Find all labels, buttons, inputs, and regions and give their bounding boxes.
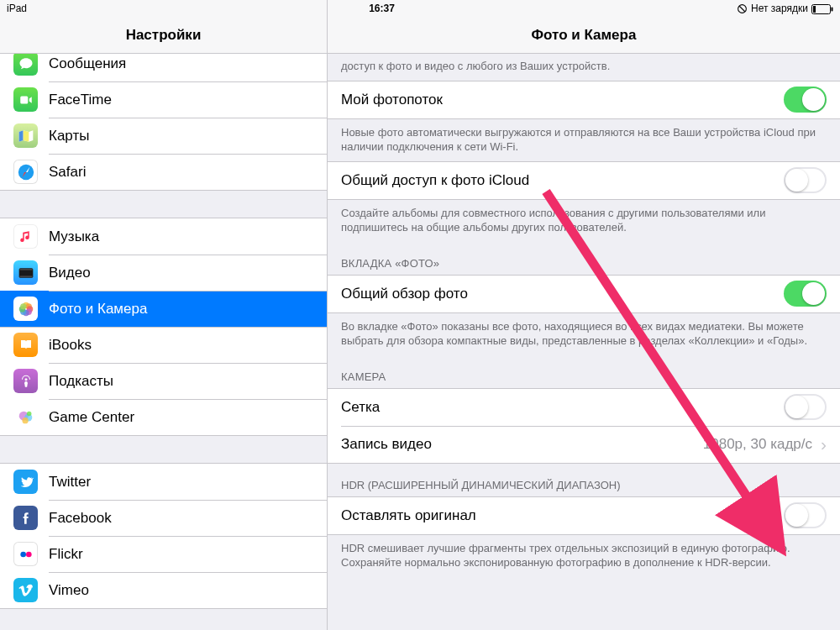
record-video-cell[interactable]: Запись видео 1080p, 30 кадр/с › (328, 426, 840, 463)
detail-pane: Фото и Камера доступ к фото и видео с лю… (328, 0, 840, 630)
sidebar-item-label: Flickr (49, 546, 313, 563)
svg-rect-23 (813, 6, 816, 13)
icloud-photo-sharing-label: Общий доступ к фото iCloud (341, 172, 784, 189)
sidebar-item-label: Видео (49, 265, 313, 281)
photostream-footer: Новые фото автоматически выгружаются и о… (328, 119, 840, 161)
my-photostream-label: Мой фотопоток (341, 92, 784, 108)
maps-icon (13, 123, 38, 148)
grid-switch[interactable] (784, 394, 827, 420)
icloud-sharing-footer: Создайте альбомы для совместного использ… (328, 200, 840, 242)
facebook-icon (13, 506, 38, 530)
sidebar-item-facebook[interactable]: Facebook (0, 500, 327, 536)
my-photostream-switch[interactable] (784, 87, 827, 113)
podcasts-icon (13, 369, 38, 393)
sidebar-item-messages[interactable]: Сообщения (0, 54, 327, 81)
summarize-photos-cell[interactable]: Общий обзор фото (328, 276, 840, 312)
ibooks-icon (13, 333, 38, 357)
svg-point-13 (24, 378, 27, 381)
svg-rect-0 (20, 96, 28, 103)
sidebar-item-twitter[interactable]: Twitter (0, 464, 327, 500)
svg-point-12 (20, 303, 26, 309)
safari-icon (13, 160, 38, 184)
hdr-header: HDR (РАСШИРЕННЫЙ ДИНАМИЧЕСКИЙ ДИАПАЗОН) (328, 464, 840, 496)
icloud-photo-sharing-cell[interactable]: Общий доступ к фото iCloud (328, 162, 840, 199)
messages-icon (13, 54, 38, 76)
svg-point-18 (20, 551, 26, 557)
video-icon (13, 260, 38, 285)
sidebar-item-label: FaceTime (49, 92, 313, 108)
sidebar-item-maps[interactable]: Карты (0, 118, 327, 154)
summarize-photos-switch[interactable] (784, 281, 827, 307)
sidebar-title: Настройки (126, 27, 202, 44)
grid-cell[interactable]: Сетка (328, 389, 840, 426)
keep-normal-photo-label: Оставлять оригинал (341, 507, 784, 524)
settings-sidebar: Настройки Сообщения FaceTime (0, 0, 328, 630)
sidebar-item-vimeo[interactable]: Vimeo (0, 572, 327, 608)
grid-label: Сетка (341, 399, 784, 416)
sidebar-item-label: Фото и Камера (49, 301, 313, 318)
music-icon (13, 224, 38, 249)
camera-header: КАМЕРА (328, 355, 840, 388)
icloud-photo-sharing-switch[interactable] (784, 167, 827, 193)
hdr-group: Оставлять оригинал (328, 496, 840, 535)
facetime-icon (13, 87, 38, 112)
svg-point-17 (26, 411, 30, 416)
sidebar-item-label: iBooks (49, 337, 313, 354)
sidebar-item-label: Facebook (49, 510, 313, 527)
vimeo-icon (13, 578, 38, 602)
detail-scroll[interactable]: доступ к фото и видео с любого из Ваших … (328, 54, 840, 630)
battery-icon (811, 3, 833, 14)
photos-tab-header: ВКЛАДКА «ФОТО» (328, 242, 840, 275)
sidebar-item-ibooks[interactable]: iBooks (0, 327, 327, 363)
sidebar-group-social: Twitter Facebook Flickr (0, 463, 327, 609)
keep-normal-photo-cell[interactable]: Оставлять оригинал (328, 497, 840, 534)
svg-point-19 (26, 551, 32, 557)
keep-normal-photo-switch[interactable] (784, 502, 827, 528)
sidebar-item-label: Сообщения (49, 55, 313, 72)
summarize-photos-label: Общий обзор фото (341, 286, 784, 302)
sidebar-item-video[interactable]: Видео (0, 255, 327, 291)
gamecenter-icon (13, 405, 38, 429)
sidebar-item-safari[interactable]: Safari (0, 154, 327, 190)
sidebar-item-label: Safari (49, 164, 313, 181)
my-photostream-cell[interactable]: Мой фотопоток (328, 81, 840, 118)
detail-title: Фото и Камера (532, 27, 637, 44)
status-device: iPad (7, 3, 27, 14)
status-charge-text: Нет зарядки (751, 3, 808, 14)
sidebar-item-music[interactable]: Музыка (0, 218, 327, 255)
sidebar-item-label: Подкасты (49, 373, 313, 390)
photos-tab-group: Общий обзор фото (328, 275, 840, 313)
record-video-value: 1080p, 30 кадр/с (703, 436, 812, 453)
status-time: 16:37 (27, 3, 737, 14)
svg-rect-4 (19, 276, 32, 277)
sidebar-item-podcasts[interactable]: Подкасты (0, 363, 327, 399)
svg-rect-3 (19, 269, 32, 270)
sidebar-item-photos-camera[interactable]: Фото и Камера (0, 291, 327, 327)
sidebar-item-game-center[interactable]: Game Center (0, 399, 327, 435)
photostream-group: Мой фотопоток (328, 81, 840, 119)
sidebar-item-label: Twitter (49, 474, 313, 491)
photos-tab-footer: Во вкладке «Фото» показаны все фото, нах… (328, 313, 840, 355)
sidebar-item-label: Музыка (49, 228, 313, 245)
chevron-right-icon: › (821, 435, 827, 453)
icloud-library-footer: доступ к фото и видео с любого из Ваших … (328, 54, 840, 81)
sidebar-item-label: Vimeo (49, 582, 313, 599)
sidebar-group-apple-apps: Сообщения FaceTime Карты (0, 54, 327, 191)
sidebar-item-facetime[interactable]: FaceTime (0, 81, 327, 118)
photos-icon (13, 297, 38, 321)
camera-group: Сетка Запись видео 1080p, 30 кадр/с › (328, 388, 840, 464)
twitter-icon (13, 470, 38, 494)
not-charging-icon (737, 3, 748, 14)
record-video-label: Запись видео (341, 436, 703, 453)
flickr-icon (13, 542, 38, 566)
hdr-footer: HDR смешивает лучшие фрагменты трех отде… (328, 535, 840, 577)
sidebar-item-flickr[interactable]: Flickr (0, 536, 327, 572)
sidebar-item-label: Карты (49, 128, 313, 144)
sidebar-scroll[interactable]: Сообщения FaceTime Карты (0, 54, 327, 630)
svg-rect-22 (832, 7, 833, 11)
sidebar-group-media-apps: Музыка Видео (0, 218, 327, 436)
icloud-sharing-group: Общий доступ к фото iCloud (328, 161, 840, 200)
status-bar: iPad 16:37 Нет зарядки (0, 0, 840, 17)
svg-point-16 (22, 417, 28, 423)
sidebar-item-label: Game Center (49, 409, 313, 426)
